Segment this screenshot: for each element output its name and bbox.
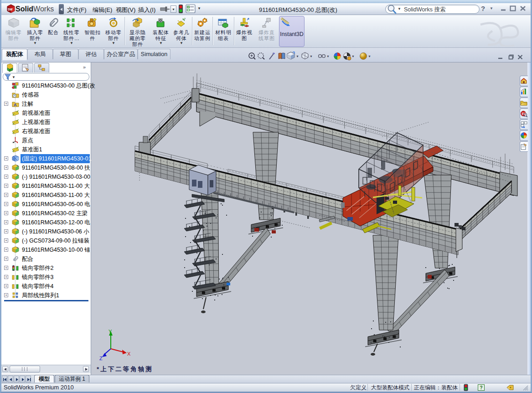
svg-text:A: A bbox=[14, 103, 17, 107]
svg-text:Y: Y bbox=[108, 329, 112, 334]
svg-text:X: X bbox=[127, 351, 131, 357]
svg-text:Z: Z bbox=[99, 356, 103, 361]
svg-text:*: * bbox=[184, 17, 186, 21]
svg-text:SW: SW bbox=[8, 8, 13, 11]
